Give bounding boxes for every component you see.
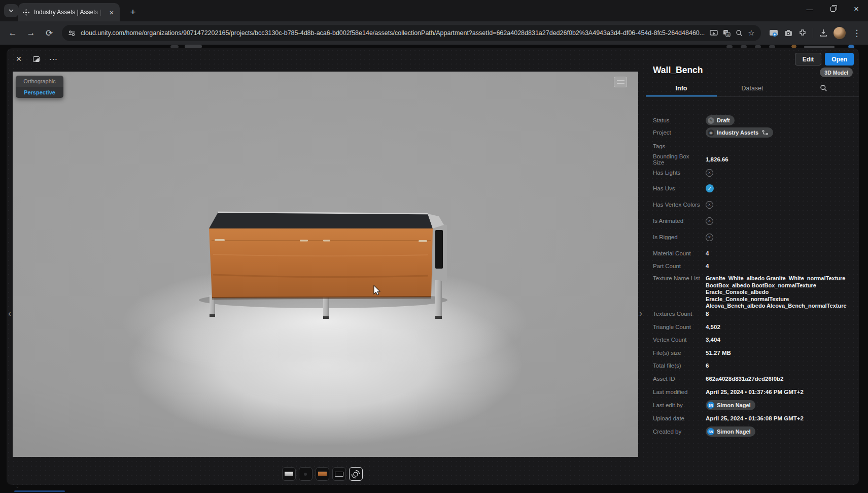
projection-option-orthographic[interactable]: Orthographic bbox=[16, 76, 63, 87]
install-app-icon[interactable] bbox=[710, 30, 718, 37]
tab-dataset[interactable]: Dataset bbox=[717, 80, 788, 96]
bench-foot-left bbox=[210, 314, 215, 317]
restore-button[interactable] bbox=[821, 0, 845, 18]
field-label: Is Animated bbox=[653, 218, 702, 224]
collapse-left-chevron-icon[interactable]: ‹ bbox=[8, 308, 11, 319]
cross-circle-icon: × bbox=[706, 169, 713, 177]
svg-text:A: A bbox=[727, 32, 730, 36]
field-value: April 25, 2024 • 01:37:46 PM GMT+2 bbox=[706, 389, 804, 395]
viewport-3d[interactable]: Orthographic Perspective bbox=[13, 72, 638, 457]
profile-avatar[interactable] bbox=[834, 27, 846, 39]
close-modal-icon[interactable]: × bbox=[14, 54, 24, 64]
texture-line: BootBox_albedo BootBox_normalTexture bbox=[706, 282, 852, 289]
field-label: Created by bbox=[653, 429, 702, 435]
field-label: Tags bbox=[653, 143, 702, 149]
texture-name-list: Granite_White_albedo Granite_White_norma… bbox=[706, 275, 852, 310]
field-label: File(s) size bbox=[653, 350, 702, 356]
user-name: Simon Nagel bbox=[717, 402, 751, 408]
forward-button[interactable]: → bbox=[23, 25, 39, 41]
chevron-down-icon bbox=[9, 9, 14, 12]
user-avatar: SN bbox=[707, 428, 714, 435]
url-text[interactable]: cloud.unity.com/home/organizations/90714… bbox=[81, 29, 705, 37]
render-mode-wireframe-button[interactable] bbox=[282, 467, 296, 481]
panel-handle bbox=[300, 240, 308, 242]
user-chip[interactable]: SN Simon Nagel bbox=[706, 426, 755, 437]
reload-button[interactable]: ⟳ bbox=[42, 25, 57, 41]
project-value: Industry Assets bbox=[717, 129, 758, 136]
user-chip[interactable]: SN Simon Nagel bbox=[706, 400, 755, 410]
browser-menu-kebab-icon[interactable]: ⋮ bbox=[852, 25, 862, 41]
field-value: 8 bbox=[706, 311, 709, 317]
extensions-puzzle-icon[interactable] bbox=[798, 29, 807, 37]
collapse-right-chevron-icon[interactable]: › bbox=[639, 308, 642, 319]
tab-close-icon[interactable]: × bbox=[108, 8, 116, 17]
camera-extension-icon[interactable] bbox=[784, 29, 792, 37]
field-label: Has Vertex Colors bbox=[653, 202, 702, 208]
field-label: Status bbox=[653, 117, 702, 123]
render-mode-toolbar bbox=[7, 467, 638, 481]
new-tab-button[interactable]: + bbox=[126, 5, 140, 19]
search-icon bbox=[820, 84, 827, 92]
extensions-area: ⋮ bbox=[769, 25, 862, 41]
panel-handle bbox=[419, 240, 427, 242]
cross-circle-icon: × bbox=[706, 234, 713, 241]
field-row-material-count: Material Count 4 bbox=[653, 249, 852, 258]
restore-icon bbox=[830, 7, 836, 12]
panel-search-button[interactable] bbox=[788, 80, 859, 96]
field-value: 1,826.66 bbox=[706, 156, 728, 162]
field-value: 3,404 bbox=[706, 337, 720, 343]
back-button[interactable]: ← bbox=[5, 25, 20, 41]
render-mode-frame-button[interactable] bbox=[332, 467, 346, 481]
browser-tab-strip: Industry Assets | Assets | Unity × + — × bbox=[0, 0, 868, 21]
screen-capture-extension-icon[interactable] bbox=[769, 29, 778, 37]
field-row-asset-id: Asset ID 662a4028d831a27ded26f0b2 bbox=[653, 374, 852, 383]
render-mode-textured-button[interactable] bbox=[316, 467, 329, 481]
tab-search-button[interactable] bbox=[4, 4, 18, 17]
background-avatar-fragment bbox=[791, 45, 796, 48]
translate-icon[interactable]: 文A bbox=[723, 29, 731, 37]
status-badge[interactable]: ✎ Draft bbox=[706, 115, 735, 125]
browser-tab[interactable]: Industry Assets | Assets | Unity × bbox=[18, 3, 120, 21]
more-options-icon[interactable]: ⋯ bbox=[48, 54, 58, 64]
field-value: 6 bbox=[706, 363, 709, 369]
asset-info-panel: Edit Open Wall_Bench 3D Model Info Datas… bbox=[646, 48, 859, 485]
wall-bench-3d-model[interactable] bbox=[13, 72, 638, 457]
field-row-last-modified: Last modified April 25, 2024 • 01:37:46 … bbox=[653, 387, 852, 397]
viewport-stats-toggle[interactable] bbox=[614, 77, 627, 87]
field-row-tags: Tags bbox=[653, 142, 852, 151]
field-row-created-by: Created by SN Simon Nagel bbox=[653, 427, 852, 436]
edit-button[interactable]: Edit bbox=[795, 53, 822, 65]
field-label: Material Count bbox=[653, 250, 702, 256]
zoom-search-icon[interactable] bbox=[736, 29, 743, 37]
projection-option-perspective[interactable]: Perspective bbox=[16, 87, 63, 98]
field-row-upload-date: Upload date April 25, 2024 • 01:36:08 PM… bbox=[653, 414, 852, 423]
tab-info[interactable]: Info bbox=[646, 80, 717, 96]
check-circle-icon: ✓ bbox=[706, 184, 714, 192]
field-label: Asset ID bbox=[653, 376, 702, 382]
field-row-triangle-count: Triangle Count 4,502 bbox=[653, 322, 852, 332]
close-window-button[interactable]: × bbox=[845, 0, 868, 18]
field-value: 51.27 MB bbox=[706, 350, 731, 356]
bench-top-surface bbox=[209, 212, 433, 228]
asset-preview-modal: × ⋯ bbox=[7, 48, 859, 485]
field-row-project: Project ◉ Industry Assets bbox=[653, 128, 852, 137]
project-chip[interactable]: ◉ Industry Assets bbox=[706, 127, 773, 138]
field-label: Last modified bbox=[653, 389, 702, 395]
frame-thumbnail-icon bbox=[335, 472, 343, 477]
orbit-rotate-icon bbox=[351, 470, 360, 479]
render-mode-dark-button[interactable] bbox=[299, 467, 313, 481]
field-value: 4,502 bbox=[706, 324, 720, 330]
cross-circle-icon: × bbox=[706, 217, 713, 225]
field-row-total-files: Total file(s) 6 bbox=[653, 361, 852, 370]
field-row-vertex-count: Vertex Count 3,404 bbox=[653, 335, 852, 344]
downloads-icon[interactable] bbox=[819, 29, 827, 37]
field-row-has-uvs: Has Uvs ✓ bbox=[653, 184, 852, 193]
site-info-icon[interactable] bbox=[68, 29, 76, 37]
url-bar[interactable]: cloud.unity.com/home/organizations/90714… bbox=[62, 25, 761, 41]
open-button[interactable]: Open bbox=[825, 53, 854, 65]
field-label: Has Uvs bbox=[653, 185, 702, 191]
bookmark-star-icon[interactable]: ☆ bbox=[748, 28, 754, 38]
expand-fullscreen-icon[interactable] bbox=[31, 54, 41, 64]
render-mode-orbit-button[interactable] bbox=[349, 467, 363, 481]
minimize-button[interactable]: — bbox=[798, 0, 821, 18]
